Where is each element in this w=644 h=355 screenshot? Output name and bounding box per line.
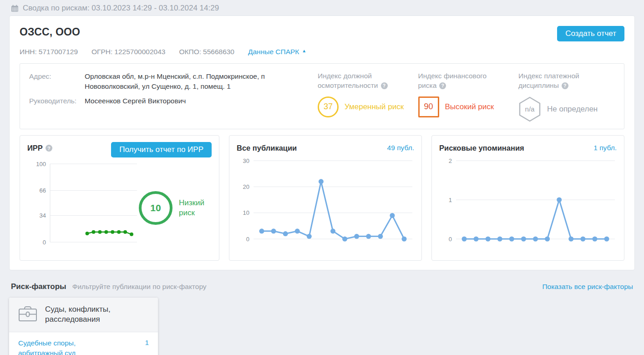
help-icon[interactable]: ? [439, 82, 446, 89]
help-icon[interactable]: ? [562, 82, 568, 89]
risk-factor-item: Судебные споры, арбитражный суд 1 [9, 332, 158, 355]
page-header: Сводка по рискам: 03.10.2023 14:29 - 03.… [9, 0, 635, 15]
svg-text:30: 30 [243, 157, 249, 164]
financial-risk-status: Высокий риск [445, 102, 494, 112]
help-icon[interactable]: ? [381, 82, 388, 89]
address-row: Адрес: Орловская обл, м.р-н Мценский, с.… [29, 71, 316, 92]
svg-text:100: 100 [36, 160, 46, 167]
svg-text:0: 0 [246, 235, 249, 242]
financial-risk-badge: 90 [418, 96, 439, 117]
risk-factors-header: Риск-факторы Фильтруйте публикации по ри… [9, 282, 635, 291]
index-due-diligence: Индекс должной осмотрительности? 37 Умер… [318, 71, 409, 122]
svg-text:34: 34 [40, 212, 46, 219]
due-diligence-status: Умеренный риск [345, 102, 404, 112]
company-details: Адрес: Орловская обл, м.р-н Мценский, с.… [29, 71, 316, 122]
svg-text:66: 66 [40, 187, 46, 194]
publications-card: Все публикации 49 публ. 0102030 [229, 135, 422, 261]
irr-score-value: 10 [139, 191, 172, 225]
show-all-risk-factors-link[interactable]: Показать все риск-факторы [542, 283, 633, 291]
svg-text:0: 0 [449, 235, 452, 242]
svg-text:n/a: n/a [525, 105, 535, 113]
risk-indices: Индекс должной осмотрительности? 37 Умер… [316, 71, 615, 122]
svg-text:2: 2 [449, 157, 452, 164]
risk-mentions-count-link[interactable]: 1 публ. [593, 142, 617, 152]
risk-mentions-title: Рисковые упоминания [439, 142, 524, 152]
irr-card: ИРР? Получить отчет по ИРР 03466100 10 Н… [20, 135, 219, 261]
risk-factor-card[interactable]: Суды, конфликты, расследования Судебные … [9, 298, 158, 355]
svg-text:0: 0 [43, 238, 46, 245]
risk-factor-item-count: 1 [145, 338, 149, 355]
director-row: Руководитель: Мосеенков Сергей Викторови… [29, 96, 316, 106]
risk-category-title: Суды, конфликты, расследования [45, 304, 149, 325]
charts-row: ИРР? Получить отчет по ИРР 03466100 10 Н… [20, 135, 624, 261]
index-financial-risk: Индекс финансового риска? 90 Высокий рис… [418, 71, 509, 122]
risk-factor-item-link[interactable]: Судебные споры, арбитражный суд [18, 338, 105, 355]
inn-field: ИНН:5717007129 [20, 48, 78, 56]
company-details-box: Адрес: Орловская обл, м.р-н Мценский, с.… [20, 63, 624, 129]
irr-score-label: Низкий риск [179, 198, 212, 218]
risk-mentions-chart: 012 [439, 156, 617, 247]
publications-chart: 0102030 [237, 156, 414, 247]
risk-factor-card-header[interactable]: Суды, конфликты, расследования [9, 298, 158, 332]
risk-mentions-card: Рисковые упоминания 1 публ. 012 [431, 135, 624, 261]
get-irr-report-button[interactable]: Получить отчет по ИРР [111, 142, 212, 157]
due-diligence-badge: 37 [318, 96, 339, 117]
create-report-button[interactable]: Создать отчет [557, 26, 624, 41]
risk-factors-title: Риск-факторы [11, 282, 66, 291]
caret-up-icon: ▲ [302, 49, 306, 53]
company-name: ОЗСС, ООО [20, 26, 80, 38]
spark-data-toggle[interactable]: Данные СПАРК ▲ [248, 48, 306, 56]
irr-title: ИРР? [27, 142, 52, 152]
svg-text:1: 1 [449, 196, 452, 203]
svg-text:20: 20 [243, 183, 249, 190]
risk-factors-subtitle: Фильтруйте публикации по риск-фактору [72, 283, 207, 291]
registration-row: ИНН:5717007129 ОГРН:1225700002043 ОКПО:5… [20, 48, 624, 56]
publications-count-link[interactable]: 49 публ. [387, 142, 414, 152]
irr-chart: 03466100 [27, 159, 139, 250]
ogrn-field: ОГРН:1225700002043 [91, 48, 165, 56]
page-title: Сводка по рискам: 03.10.2023 14:29 - 03.… [23, 4, 219, 13]
index-payment-discipline: Индекс платежной дисциплины? n/a Не опре… [518, 71, 609, 122]
risk-summary-page: Сводка по рискам: 03.10.2023 14:29 - 03.… [0, 0, 644, 355]
company-summary-card: ОЗСС, ООО Создать отчет ИНН:5717007129 О… [9, 15, 635, 270]
help-icon[interactable]: ? [46, 145, 52, 152]
okpo-field: ОКПО:55668630 [179, 48, 234, 56]
payment-discipline-badge: n/a [518, 96, 541, 122]
briefcase-icon [18, 305, 37, 324]
calendar-icon [11, 5, 19, 12]
payment-discipline-status: Не определен [547, 104, 598, 114]
publications-title: Все публикации [237, 142, 297, 152]
svg-text:10: 10 [243, 209, 249, 216]
irr-score-badge: 10 Низкий риск [139, 191, 212, 225]
